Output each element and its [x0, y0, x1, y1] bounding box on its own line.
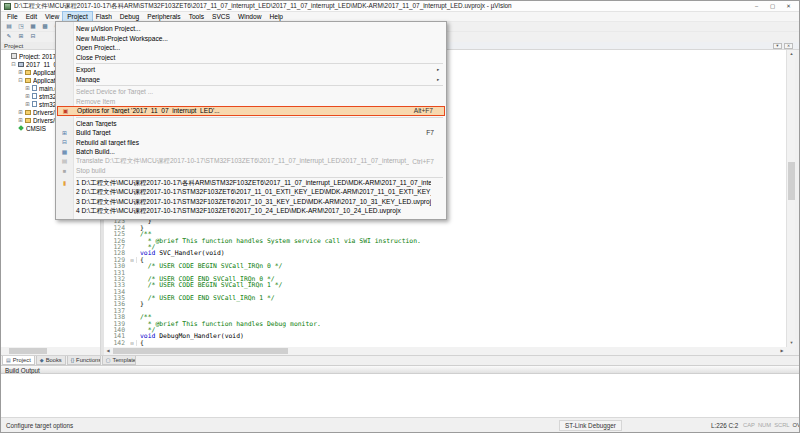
panel-tab-icon: {}: [71, 357, 74, 363]
menu-window[interactable]: Window: [234, 12, 265, 21]
menu-item-recent-project-4[interactable]: 4 D:\工程文件\MCU课程2017-10-17\STM32F103ZET6\…: [57, 207, 445, 217]
panel-tab-icon: ▢: [106, 357, 111, 363]
scrollbar-thumb[interactable]: [113, 348, 288, 354]
build-icon[interactable]: ⊞: [16, 32, 26, 41]
menu-item-select-device[interactable]: Select Device for Target ...: [57, 87, 445, 97]
status-flag-scrl: SCRL: [774, 422, 789, 428]
menu-item-recent-project-3[interactable]: 3 D:\工程文件\MCU课程2017-10-17\STM32F103ZET6\…: [57, 198, 445, 208]
tab-list-icon[interactable]: ▼: [773, 43, 782, 49]
tree-item-icon: [32, 101, 37, 107]
menu-item-translate[interactable]: ▤ Translate D:\工程文件\MCU课程2017-10-17\STM3…: [57, 157, 445, 167]
tree-expander-icon[interactable]: ⊞: [17, 69, 24, 75]
menu-item-label: Remove Item: [72, 98, 431, 105]
tree-expander-icon[interactable]: ⊞: [24, 93, 31, 99]
menu-flash[interactable]: Flash: [92, 12, 116, 21]
tree-expander-icon[interactable]: ⊟: [10, 61, 17, 67]
menu-item-clean-targets[interactable]: Clean Targets: [57, 119, 445, 129]
status-flags: CAP NUM SCRL OVR R/W: [743, 422, 800, 428]
save-all-icon[interactable]: ▩: [40, 22, 50, 31]
fold-marker-icon[interactable]: ⊟: [128, 340, 137, 346]
menu-item-options-for-target[interactable]: ▣ Options for Target '2017_11_07_interru…: [57, 106, 445, 116]
maximize-button[interactable]: ▢: [765, 2, 780, 11]
menu-edit[interactable]: Edit: [22, 12, 41, 21]
menu-item-stop-build[interactable]: ■ Stop build: [57, 166, 445, 176]
menu-item-manage[interactable]: Manage ▸: [57, 75, 445, 85]
translate-icon[interactable]: ✎: [4, 32, 14, 41]
submenu-arrow-icon: ▸: [437, 77, 445, 82]
menu-view[interactable]: View: [41, 12, 63, 21]
menu-svcs[interactable]: SVCS: [208, 12, 234, 21]
menu-item-icon: ⊟: [57, 139, 72, 145]
tab-functions[interactable]: {} Functions: [67, 356, 101, 365]
scrollbar-thumb[interactable]: [9, 348, 47, 354]
line-number: 142: [104, 340, 128, 346]
panel-tab-icon: ◆: [40, 357, 44, 363]
tree-expander-icon[interactable]: ⊞: [24, 85, 31, 91]
menu-item-icon: ▦: [57, 149, 72, 155]
menu-item-rebuild-all[interactable]: ⊟ Rebuild all target files: [57, 138, 445, 148]
menu-item-label: 1 D:\工程文件\MCU课程2017-10-17\各科ARM\STM32F10…: [72, 179, 431, 188]
menu-item-accelerator: F7: [423, 129, 437, 136]
menu-item-label: Close Project: [72, 54, 431, 61]
menu-item-close-project[interactable]: Close Project: [57, 53, 445, 63]
tree-expander-icon[interactable]: ⊟: [17, 77, 24, 83]
project-tree-hscrollbar[interactable]: [1, 347, 101, 355]
scrollbar-thumb[interactable]: [788, 162, 795, 200]
tree-expander-icon[interactable]: ⊞: [17, 117, 24, 123]
menu-item-build-target[interactable]: ⊞ Build Target F7: [57, 128, 445, 138]
title-bar[interactable]: D:\工程文件\MCU课程2017-10-17\各科ARM\STM32F103Z…: [1, 1, 799, 12]
menu-item-new-multi-project-workspace[interactable]: New Multi-Project Workspace...: [57, 34, 445, 44]
tree-expander-icon[interactable]: ⊞: [17, 109, 24, 115]
tab-close-icon[interactable]: ✕: [784, 43, 793, 49]
fold-marker-icon[interactable]: ⊟: [128, 257, 137, 263]
tab-templates[interactable]: ▢ Templates: [102, 356, 136, 365]
scrollbar-corner: [786, 347, 795, 355]
menu-tools[interactable]: Tools: [185, 12, 208, 21]
menu-item-label: 2 D:\工程文件\MCU课程2017-10-17\STM32F103ZET6\…: [72, 188, 431, 197]
menu-item-recent-project-2[interactable]: 2 D:\工程文件\MCU课程2017-10-17\STM32F103ZET6\…: [57, 188, 445, 198]
tree-item-icon: [25, 118, 31, 123]
menu-help[interactable]: Help: [265, 12, 287, 21]
tree-expander-icon[interactable]: ⊞: [24, 101, 31, 107]
editor-hscrollbar[interactable]: ◀ ▶: [104, 347, 786, 355]
scroll-right-arrow-icon[interactable]: ▶: [778, 347, 786, 355]
submenu-arrow-icon: ▸: [437, 67, 445, 72]
build-output-content[interactable]: [1, 374, 799, 417]
rebuild-icon[interactable]: ⊟: [28, 32, 38, 41]
tree-item-icon: [25, 70, 31, 75]
menu-project[interactable]: Project: [63, 12, 92, 21]
tab-books[interactable]: ◆ Books: [36, 356, 66, 365]
code-text: /* USER CODE BEGIN SVCall_IRQn 0 */: [140, 263, 282, 269]
tree-item-icon: [11, 53, 17, 59]
menu-item-label: New µVision Project...: [72, 25, 431, 32]
build-output-header[interactable]: Build Output: [1, 365, 799, 374]
code-text: * @brief This function handles Debug mon…: [140, 321, 321, 327]
project-menu-dropdown: New µVision Project... New Multi-Project…: [55, 21, 447, 220]
editor-vscrollbar[interactable]: ▲ ▼: [786, 50, 795, 347]
close-button[interactable]: ✕: [781, 2, 796, 11]
status-hint: Configure target options: [6, 422, 73, 429]
menu-item-open-project[interactable]: Open Project...: [57, 43, 445, 53]
menu-file[interactable]: File: [3, 12, 22, 21]
window-controls: – ▢ ✕: [749, 2, 796, 11]
tab-project[interactable]: ▤ Project: [2, 356, 35, 365]
menu-item-export[interactable]: Export ▸: [57, 65, 445, 75]
scroll-up-arrow-icon[interactable]: ▲: [787, 50, 796, 58]
panel-tab-label: Functions: [76, 357, 101, 363]
menu-item-recent-project-1[interactable]: ▮ 1 D:\工程文件\MCU课程2017-10-17\各科ARM\STM32F…: [57, 179, 445, 189]
save-icon[interactable]: ▦: [28, 22, 38, 31]
open-file-icon[interactable]: ◳: [16, 22, 26, 31]
menu-item-remove-item[interactable]: Remove Item: [57, 97, 445, 107]
tree-item-icon: [25, 110, 31, 115]
menu-debug[interactable]: Debug: [116, 12, 143, 21]
scroll-left-arrow-icon[interactable]: ◀: [104, 347, 112, 355]
code-lines: 122 /* USER CODE END W1_UsageFault_IRQn …: [104, 212, 786, 346]
uvision-app-icon: [4, 3, 11, 10]
menu-item-new-uvision-project[interactable]: New µVision Project...: [57, 24, 445, 34]
scroll-down-arrow-icon[interactable]: ▼: [787, 339, 796, 347]
menu-item-label: Manage: [72, 76, 431, 83]
menu-peripherals[interactable]: Peripherals: [143, 12, 184, 21]
minimize-button[interactable]: –: [749, 2, 764, 11]
new-file-icon[interactable]: ▤: [4, 22, 14, 31]
menu-item-batch-build[interactable]: ▦ Batch Build...: [57, 147, 445, 157]
